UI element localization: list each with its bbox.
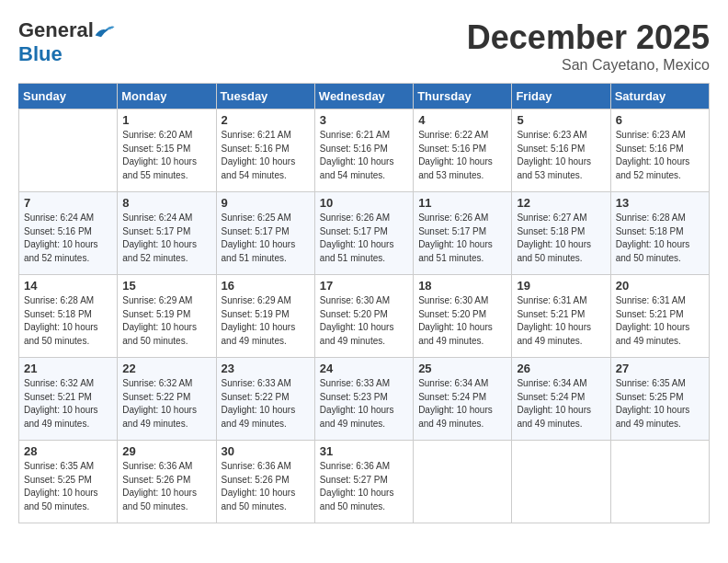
day-number: 24 [320, 362, 408, 375]
calendar-cell: 18Sunrise: 6:30 AM Sunset: 5:20 PM Dayli… [414, 275, 512, 358]
calendar-week-row: 14Sunrise: 6:28 AM Sunset: 5:18 PM Dayli… [19, 275, 710, 358]
calendar-cell: 24Sunrise: 6:33 AM Sunset: 5:23 PM Dayli… [314, 358, 413, 441]
day-detail: Sunrise: 6:36 AM Sunset: 5:27 PM Dayligh… [320, 460, 408, 513]
calendar-cell: 9Sunrise: 6:25 AM Sunset: 5:17 PM Daylig… [216, 192, 314, 275]
day-number: 28 [24, 444, 112, 458]
day-number: 9 [222, 196, 310, 210]
day-number: 30 [222, 444, 310, 458]
calendar-cell: 26Sunrise: 6:34 AM Sunset: 5:24 PM Dayli… [512, 358, 610, 441]
calendar-cell: 13Sunrise: 6:28 AM Sunset: 5:18 PM Dayli… [610, 192, 709, 275]
day-detail: Sunrise: 6:34 AM Sunset: 5:24 PM Dayligh… [418, 377, 506, 431]
page-header: General Blue December 2025 San Cayetano,… [18, 18, 710, 74]
day-number: 18 [418, 279, 506, 293]
day-number: 14 [24, 279, 112, 293]
day-number: 21 [24, 362, 112, 375]
calendar-cell [512, 441, 610, 523]
calendar-week-row: 7Sunrise: 6:24 AM Sunset: 5:16 PM Daylig… [19, 192, 710, 275]
calendar-cell: 5Sunrise: 6:23 AM Sunset: 5:16 PM Daylig… [512, 109, 610, 192]
day-detail: Sunrise: 6:26 AM Sunset: 5:17 PM Dayligh… [418, 212, 506, 265]
calendar-cell: 23Sunrise: 6:33 AM Sunset: 5:22 PM Dayli… [216, 358, 314, 441]
day-detail: Sunrise: 6:20 AM Sunset: 5:15 PM Dayligh… [122, 129, 210, 182]
calendar-cell: 3Sunrise: 6:21 AM Sunset: 5:16 PM Daylig… [314, 109, 413, 192]
calendar-cell: 1Sunrise: 6:20 AM Sunset: 5:15 PM Daylig… [118, 109, 216, 192]
calendar-cell: 20Sunrise: 6:31 AM Sunset: 5:21 PM Dayli… [610, 275, 709, 358]
weekday-header-monday: Monday [118, 84, 216, 109]
day-number: 11 [418, 196, 506, 210]
calendar-cell [19, 109, 118, 192]
day-detail: Sunrise: 6:22 AM Sunset: 5:16 PM Dayligh… [418, 129, 506, 182]
day-detail: Sunrise: 6:33 AM Sunset: 5:22 PM Dayligh… [222, 377, 310, 431]
day-detail: Sunrise: 6:36 AM Sunset: 5:26 PM Dayligh… [222, 460, 310, 513]
day-number: 20 [616, 279, 704, 293]
day-detail: Sunrise: 6:31 AM Sunset: 5:21 PM Dayligh… [616, 294, 704, 348]
day-number: 8 [122, 196, 210, 210]
day-detail: Sunrise: 6:32 AM Sunset: 5:22 PM Dayligh… [122, 377, 210, 431]
day-detail: Sunrise: 6:21 AM Sunset: 5:16 PM Dayligh… [320, 129, 408, 182]
day-detail: Sunrise: 6:36 AM Sunset: 5:26 PM Dayligh… [122, 460, 210, 513]
day-number: 6 [616, 113, 704, 127]
day-detail: Sunrise: 6:24 AM Sunset: 5:17 PM Dayligh… [122, 212, 210, 265]
day-number: 12 [517, 196, 605, 210]
day-number: 16 [222, 279, 310, 293]
weekday-header-wednesday: Wednesday [314, 84, 413, 109]
day-detail: Sunrise: 6:31 AM Sunset: 5:21 PM Dayligh… [517, 294, 605, 348]
calendar-cell: 14Sunrise: 6:28 AM Sunset: 5:18 PM Dayli… [19, 275, 118, 358]
day-number: 3 [320, 113, 408, 127]
calendar-cell: 30Sunrise: 6:36 AM Sunset: 5:26 PM Dayli… [216, 441, 314, 523]
calendar-cell: 21Sunrise: 6:32 AM Sunset: 5:21 PM Dayli… [19, 358, 118, 441]
day-number: 7 [24, 196, 112, 210]
day-detail: Sunrise: 6:23 AM Sunset: 5:16 PM Dayligh… [616, 129, 704, 182]
calendar-week-row: 21Sunrise: 6:32 AM Sunset: 5:21 PM Dayli… [19, 358, 710, 441]
day-detail: Sunrise: 6:28 AM Sunset: 5:18 PM Dayligh… [616, 212, 704, 265]
weekday-header-tuesday: Tuesday [216, 84, 314, 109]
day-detail: Sunrise: 6:27 AM Sunset: 5:18 PM Dayligh… [517, 212, 605, 265]
weekday-header-sunday: Sunday [19, 84, 118, 109]
day-detail: Sunrise: 6:30 AM Sunset: 5:20 PM Dayligh… [320, 294, 408, 348]
day-number: 25 [418, 362, 506, 375]
calendar-cell [610, 441, 709, 523]
day-detail: Sunrise: 6:33 AM Sunset: 5:23 PM Dayligh… [320, 377, 408, 431]
title-block: December 2025 San Cayetano, Mexico [467, 18, 710, 74]
weekday-header-row: SundayMondayTuesdayWednesdayThursdayFrid… [19, 84, 710, 109]
logo-blue: Blue [18, 42, 63, 66]
month-title: December 2025 [467, 18, 710, 57]
calendar-cell: 25Sunrise: 6:34 AM Sunset: 5:24 PM Dayli… [414, 358, 512, 441]
calendar-cell: 7Sunrise: 6:24 AM Sunset: 5:16 PM Daylig… [19, 192, 118, 275]
calendar-cell: 27Sunrise: 6:35 AM Sunset: 5:25 PM Dayli… [610, 358, 709, 441]
day-detail: Sunrise: 6:24 AM Sunset: 5:16 PM Dayligh… [24, 212, 112, 265]
calendar-table: SundayMondayTuesdayWednesdayThursdayFrid… [18, 83, 710, 523]
day-detail: Sunrise: 6:29 AM Sunset: 5:19 PM Dayligh… [222, 294, 310, 348]
day-number: 13 [616, 196, 704, 210]
day-number: 1 [122, 113, 210, 127]
calendar-week-row: 1Sunrise: 6:20 AM Sunset: 5:15 PM Daylig… [19, 109, 710, 192]
calendar-cell: 22Sunrise: 6:32 AM Sunset: 5:22 PM Dayli… [118, 358, 216, 441]
logo: General Blue [18, 18, 116, 66]
day-detail: Sunrise: 6:23 AM Sunset: 5:16 PM Dayligh… [517, 129, 605, 182]
day-detail: Sunrise: 6:28 AM Sunset: 5:18 PM Dayligh… [24, 294, 112, 348]
calendar-cell: 28Sunrise: 6:35 AM Sunset: 5:25 PM Dayli… [19, 441, 118, 523]
calendar-week-row: 28Sunrise: 6:35 AM Sunset: 5:25 PM Dayli… [19, 441, 710, 523]
day-number: 22 [122, 362, 210, 375]
day-number: 23 [222, 362, 310, 375]
day-detail: Sunrise: 6:30 AM Sunset: 5:20 PM Dayligh… [418, 294, 506, 348]
day-number: 17 [320, 279, 408, 293]
weekday-header-friday: Friday [512, 84, 610, 109]
day-number: 31 [320, 444, 408, 458]
day-detail: Sunrise: 6:26 AM Sunset: 5:17 PM Dayligh… [320, 212, 408, 265]
calendar-cell: 17Sunrise: 6:30 AM Sunset: 5:20 PM Dayli… [314, 275, 413, 358]
day-detail: Sunrise: 6:29 AM Sunset: 5:19 PM Dayligh… [122, 294, 210, 348]
day-number: 5 [517, 113, 605, 127]
day-detail: Sunrise: 6:35 AM Sunset: 5:25 PM Dayligh… [24, 460, 112, 513]
weekday-header-saturday: Saturday [610, 84, 709, 109]
calendar-cell: 29Sunrise: 6:36 AM Sunset: 5:26 PM Dayli… [118, 441, 216, 523]
day-detail: Sunrise: 6:34 AM Sunset: 5:24 PM Dayligh… [517, 377, 605, 431]
day-detail: Sunrise: 6:25 AM Sunset: 5:17 PM Dayligh… [222, 212, 310, 265]
calendar-cell: 6Sunrise: 6:23 AM Sunset: 5:16 PM Daylig… [610, 109, 709, 192]
calendar-cell: 31Sunrise: 6:36 AM Sunset: 5:27 PM Dayli… [314, 441, 413, 523]
day-number: 27 [616, 362, 704, 375]
day-number: 19 [517, 279, 605, 293]
calendar-cell: 11Sunrise: 6:26 AM Sunset: 5:17 PM Dayli… [414, 192, 512, 275]
calendar-cell: 15Sunrise: 6:29 AM Sunset: 5:19 PM Dayli… [118, 275, 216, 358]
calendar-cell: 2Sunrise: 6:21 AM Sunset: 5:16 PM Daylig… [216, 109, 314, 192]
day-number: 10 [320, 196, 408, 210]
